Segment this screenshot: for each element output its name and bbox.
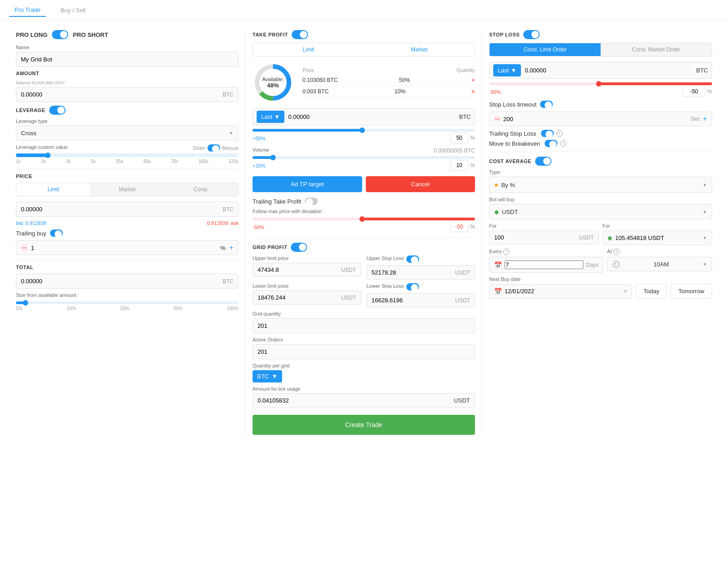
date-clear-btn[interactable]: × xyxy=(624,288,627,295)
timeout-input-row[interactable]: — Sec + xyxy=(489,112,712,126)
create-trade-btn[interactable]: Create Trade xyxy=(253,415,475,435)
every-value-input[interactable] xyxy=(505,260,583,269)
active-orders-input[interactable] xyxy=(253,344,475,359)
balance-label: balance 99,999,999 USDT xyxy=(16,80,238,85)
upper-stop-input[interactable]: USDT xyxy=(367,265,475,280)
today-btn[interactable]: Today xyxy=(636,284,667,299)
timeout-toggle[interactable] xyxy=(540,101,553,108)
for-row: For USDT For ◆ ▼ xyxy=(489,223,712,245)
bot-buy-select[interactable]: ◆ USDT ▼ xyxy=(489,204,712,219)
lower-stop-toggle[interactable] xyxy=(406,283,419,290)
every-help-icon[interactable]: ? xyxy=(503,249,510,255)
tp-remove-2[interactable]: × xyxy=(471,88,475,95)
volume-slider-value-input[interactable] xyxy=(450,160,468,171)
cost-avg-label: COST AVERAGE xyxy=(489,157,712,166)
cond-limit-tab[interactable]: Cond. Limit Order xyxy=(490,43,601,56)
tab-pro-trade[interactable]: Pro Trade xyxy=(9,4,46,17)
tp-btn-pair: Ad TP target Cancel xyxy=(253,176,475,192)
size-slider-labels: 5%10%25%50%100% xyxy=(16,306,238,311)
tp-row-1: 0.103060 BTC 50% × xyxy=(303,75,475,86)
market-tab[interactable]: Market xyxy=(90,183,164,196)
cond-market-tab[interactable]: Cond. Market Order xyxy=(601,43,712,56)
limit-tab[interactable]: Limit xyxy=(16,183,90,196)
price-field[interactable]: BTC xyxy=(16,202,238,217)
tomorrow-btn[interactable]: Tomorrow xyxy=(671,284,712,299)
upper-limit-field[interactable] xyxy=(258,266,341,273)
trailing-minus-btn[interactable]: — xyxy=(21,245,27,251)
price-input[interactable] xyxy=(21,206,222,213)
donut-chart: Available: 48% xyxy=(253,62,293,103)
app-container: Pro Trade Buy / Sell PRO LONG PRO SHORT … xyxy=(0,0,728,581)
follow-slider-value-input[interactable] xyxy=(450,221,468,232)
trailing-input[interactable] xyxy=(31,245,217,251)
trailing-buy-toggle[interactable] xyxy=(50,229,63,237)
sl-last-row[interactable]: Last ▼ BTC xyxy=(489,62,712,79)
btc-dropdown[interactable]: BTC ▼ xyxy=(253,370,282,382)
lower-limit-input[interactable]: USDT xyxy=(253,290,361,305)
for-value-input[interactable] xyxy=(494,234,576,241)
timeout-minus-btn[interactable]: — xyxy=(494,116,500,122)
grid-profit-toggle[interactable] xyxy=(291,243,307,252)
tp-slider-value-input[interactable] xyxy=(450,133,468,143)
pro-long-toggle[interactable] xyxy=(52,30,68,39)
amount-bot-input[interactable] xyxy=(258,397,454,404)
date-input[interactable]: 📅 × xyxy=(489,284,632,299)
leverage-type-select[interactable]: Cross ▼ xyxy=(16,126,238,141)
tp-market-tab[interactable]: Market xyxy=(364,43,475,56)
sl-last-dropdown[interactable]: Last ▼ xyxy=(493,64,521,76)
date-value-input[interactable] xyxy=(505,288,621,295)
cancel-btn[interactable]: Cancel xyxy=(366,176,475,192)
tp-last-row[interactable]: Last ▼ BTC xyxy=(253,108,475,125)
amount-input[interactable] xyxy=(21,91,222,98)
last-dropdown[interactable]: Last ▼ xyxy=(257,111,284,123)
total-input[interactable] xyxy=(21,278,222,285)
every-input[interactable]: 📅 Days xyxy=(489,257,603,273)
timeout-input[interactable] xyxy=(503,116,688,122)
tp-remove-1[interactable]: × xyxy=(471,76,475,84)
lower-limit-field[interactable] xyxy=(258,294,341,301)
price-suffix: BTC xyxy=(222,206,233,213)
cost-avg-toggle[interactable] xyxy=(535,157,551,166)
upper-limit-input[interactable]: USDT xyxy=(253,263,361,277)
trailing-sl-help-icon[interactable]: ? xyxy=(556,130,563,137)
slider-toggle[interactable] xyxy=(207,144,220,152)
trailing-sl-toggle[interactable] xyxy=(541,130,554,137)
upper-stop-field[interactable] xyxy=(372,269,455,276)
amount-field[interactable]: BTC xyxy=(16,87,238,102)
breakeven-toggle[interactable] xyxy=(545,140,557,147)
tab-buy-sell[interactable]: Buy / Sell xyxy=(55,4,91,16)
lower-stop-input[interactable]: USDT xyxy=(367,293,475,307)
breakeven-help-icon[interactable]: ? xyxy=(560,140,566,147)
grid-qty-input[interactable] xyxy=(253,318,475,333)
amount-bot-field[interactable]: USDT xyxy=(253,393,475,408)
sl-slider-value-input[interactable] xyxy=(682,86,705,97)
tp-tabs: Limit Market xyxy=(253,43,475,56)
for-input-2[interactable]: ◆ ▼ xyxy=(602,230,712,245)
name-input[interactable] xyxy=(21,56,233,63)
at-help-icon[interactable]: ? xyxy=(613,249,620,255)
tp-last-input[interactable] xyxy=(288,113,455,120)
cond-tab[interactable]: Cond. xyxy=(164,183,238,196)
trailing-plus-btn[interactable]: + xyxy=(229,244,233,252)
sl-last-input[interactable] xyxy=(525,67,693,74)
at-input[interactable]: 🕙 10AM ▼ xyxy=(607,257,712,271)
stop-loss-toggle[interactable] xyxy=(523,30,540,39)
tp-limit-tab[interactable]: Limit xyxy=(253,43,364,56)
for2-value-input[interactable] xyxy=(615,234,700,241)
for-input-1[interactable]: USDT xyxy=(489,230,599,245)
take-profit-toggle[interactable] xyxy=(292,30,308,39)
volume-label: Volume xyxy=(253,147,269,153)
timeout-plus-btn[interactable]: + xyxy=(703,115,707,123)
leverage-toggle[interactable] xyxy=(49,106,66,115)
type-select[interactable]: ● By % ▼ xyxy=(489,177,712,193)
trailing-sl-row: Trailing Stop Loss ? xyxy=(489,130,712,137)
lower-stop-field[interactable] xyxy=(372,297,455,304)
trailing-tp-toggle[interactable] xyxy=(305,198,318,205)
upper-stop-toggle[interactable] xyxy=(406,255,419,263)
total-field[interactable]: BTC xyxy=(16,274,238,289)
next-buy-section: Next Buy date 📅 × Today Tomorrow xyxy=(489,276,712,299)
trailing-input-row[interactable]: — % + xyxy=(16,240,238,255)
name-field[interactable] xyxy=(16,52,238,67)
timeout-label: Stop Loss timeout xyxy=(489,101,536,108)
add-tp-btn[interactable]: Ad TP target xyxy=(253,176,362,192)
